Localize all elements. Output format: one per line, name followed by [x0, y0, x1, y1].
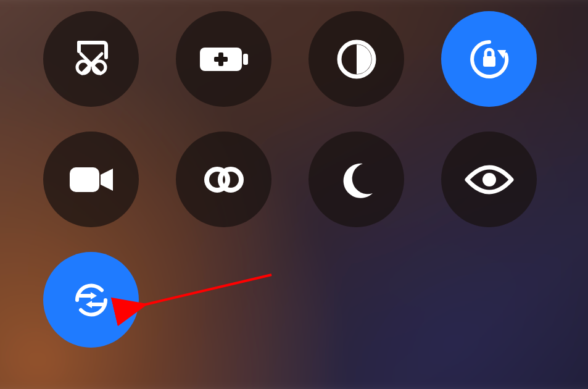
tile-rotation-lock[interactable] [441, 11, 537, 107]
svg-rect-7 [214, 57, 228, 62]
quick-settings-grid [43, 11, 537, 348]
video-icon [67, 164, 115, 196]
contrast-icon [335, 38, 378, 81]
battery-plus-icon [197, 44, 251, 75]
moon-icon [337, 160, 376, 199]
svg-marker-18 [86, 301, 92, 308]
nearby-share-icon [70, 278, 113, 322]
tile-screenshot[interactable] [43, 11, 139, 107]
tile-do-not-disturb[interactable] [308, 132, 404, 227]
tile-battery-saver[interactable] [176, 11, 271, 107]
grid-row-1 [43, 132, 537, 227]
svg-marker-9 [497, 50, 506, 59]
svg-point-13 [220, 169, 241, 190]
tile-nfc[interactable] [176, 132, 271, 227]
tile-eye-comfort[interactable] [441, 132, 537, 227]
tile-dark-mode[interactable] [308, 11, 404, 107]
eye-icon [464, 164, 515, 196]
grid-row-2 [43, 252, 537, 348]
svg-point-14 [482, 173, 496, 186]
tile-screen-record[interactable] [43, 132, 139, 227]
rotation-lock-icon [466, 36, 512, 82]
grid-row-0 [43, 11, 537, 107]
screenshot-icon [70, 38, 113, 81]
svg-rect-11 [70, 167, 99, 192]
link-icon [200, 164, 248, 195]
svg-rect-10 [483, 56, 495, 67]
svg-marker-16 [91, 292, 97, 299]
tile-nearby-share[interactable] [43, 252, 139, 348]
svg-rect-5 [243, 54, 248, 65]
